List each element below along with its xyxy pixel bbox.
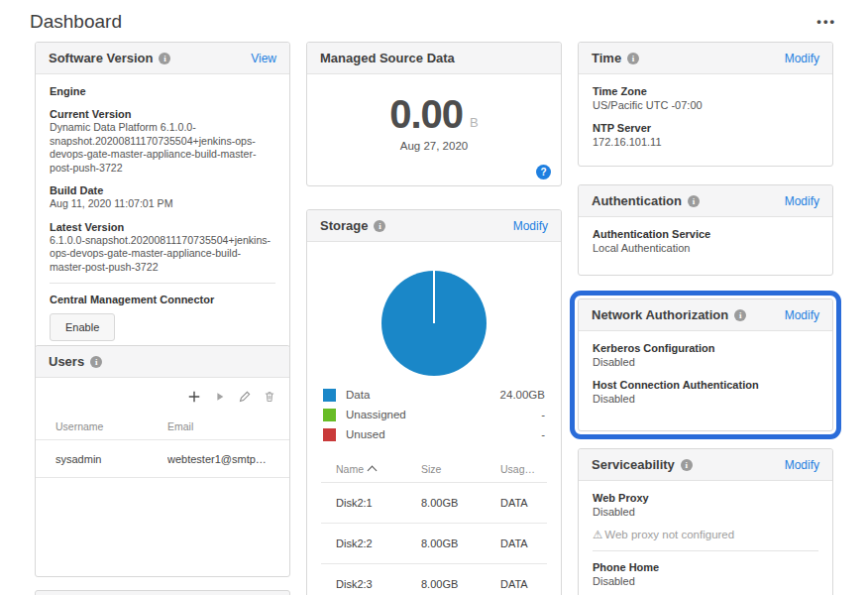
authentication-service-value: Local Authentication	[593, 241, 818, 255]
view-link[interactable]: View	[251, 52, 276, 65]
info-icon[interactable]: i	[90, 356, 102, 368]
edit-user-button[interactable]	[239, 390, 251, 404]
card-title: Serviceability	[592, 457, 675, 472]
page-title: Dashboard	[30, 11, 122, 33]
managed-data-value: 0.00	[389, 94, 463, 134]
users-table-header: Username Email	[36, 414, 289, 439]
divider	[593, 550, 818, 551]
software-version-card: Software Version i View Engine Current V…	[35, 42, 290, 352]
info-icon[interactable]: i	[627, 53, 639, 64]
modify-link[interactable]: Modify	[785, 458, 819, 472]
authentication-service-label: Authentication Service	[593, 227, 818, 241]
info-icon[interactable]: i	[159, 53, 170, 64]
time-zone-label: Time Zone	[593, 84, 818, 98]
time-zone-value: US/Pacific UTC -07:00	[593, 98, 818, 112]
plus-icon	[187, 390, 201, 404]
trash-icon	[264, 391, 275, 403]
software-version-card-header: Software Version i View	[36, 43, 289, 74]
serviceability-card: Serviceability i Modify Web Proxy Disabl…	[578, 448, 833, 595]
managed-source-data-card-header: Managed Source Data	[307, 43, 561, 74]
web-proxy-label: Web Proxy	[593, 491, 818, 505]
card-title: Managed Source Data	[320, 51, 455, 65]
modify-link[interactable]: Modify	[785, 52, 819, 65]
network-authorization-card-header: Network Authorization i Modify	[579, 299, 832, 331]
web-proxy-warning: ⚠Web proxy not configured	[593, 528, 818, 541]
ntp-server-label: NTP Server	[593, 121, 818, 135]
card-title: Storage	[320, 218, 368, 233]
username-column-header[interactable]: Username	[55, 420, 167, 432]
storage-card: Storage i Modify Data 24.00GB Unassigned…	[306, 209, 562, 595]
current-version-label: Current Version	[50, 107, 275, 121]
time-card-header: Time i Modify	[579, 43, 832, 74]
username-cell: sysadmin	[55, 453, 167, 465]
kerberos-configuration-value: Disabled	[593, 355, 818, 369]
network-authorization-card: Network Authorization i Modify Kerberos …	[578, 298, 833, 431]
card-title: Time	[592, 51, 621, 65]
size-column-header[interactable]: Size	[421, 463, 500, 475]
card-title: Authentication	[592, 193, 682, 208]
host-connection-authentication-value: Disabled	[593, 392, 818, 406]
users-table: Username Email sysadmin webtester1@smtp…	[36, 414, 289, 478]
phone-home-label: Phone Home	[593, 560, 818, 574]
unused-swatch	[323, 428, 336, 441]
help-icon[interactable]: ?	[536, 165, 551, 179]
legend-item-unused: Unused -	[323, 424, 545, 444]
modify-link[interactable]: Modify	[785, 308, 819, 322]
info-icon[interactable]: i	[374, 220, 385, 232]
card-title: Software Version	[49, 51, 153, 65]
delete-user-button[interactable]	[264, 390, 275, 404]
legend-item-data: Data 24.00GB	[323, 385, 545, 405]
storage-card-header: Storage i Modify	[307, 210, 561, 242]
users-card-header: Users i	[36, 346, 289, 378]
info-icon[interactable]: i	[734, 309, 746, 321]
table-row[interactable]: sysadmin webtester1@smtp…	[36, 439, 289, 478]
modify-link[interactable]: Modify	[785, 194, 819, 208]
add-user-button[interactable]	[187, 390, 201, 404]
managed-data-date: Aug 27, 2020	[321, 140, 547, 152]
sort-ascending-icon	[368, 465, 378, 475]
modify-link[interactable]: Modify	[513, 219, 548, 233]
build-date-value: Aug 11, 2020 11:07:01 PM	[50, 197, 275, 211]
serviceability-card-header: Serviceability i Modify	[579, 449, 832, 481]
latest-version-value: 6.1.0.0-snapshot.20200811170735504+jenki…	[50, 234, 275, 275]
info-icon[interactable]: i	[681, 459, 693, 471]
kerberos-configuration-label: Kerberos Configuration	[593, 341, 818, 355]
table-row[interactable]: Disk2:3 8.00GB DATA	[321, 563, 547, 595]
users-card: Users i Username Email sysadmin webteste…	[35, 345, 290, 577]
card-title: Network Authorization	[592, 307, 728, 322]
page-header: Dashboard •••	[30, 10, 838, 33]
launch-user-button[interactable]	[214, 390, 226, 404]
current-version-value: Dynamic Data Platform 6.1.0.0-snapshot.2…	[50, 121, 275, 175]
legend-item-unassigned: Unassigned -	[323, 405, 545, 424]
pie-slice-boundary	[433, 271, 435, 323]
time-card: Time i Modify Time Zone US/Pacific UTC -…	[578, 42, 833, 167]
play-icon	[214, 391, 226, 403]
name-column-header[interactable]: Name	[336, 463, 421, 475]
unassigned-swatch	[323, 409, 336, 421]
build-date-label: Build Date	[50, 183, 275, 197]
data-swatch	[323, 389, 336, 402]
storage-pie-chart	[381, 271, 487, 376]
managed-source-data-card: Managed Source Data 0.00 B Aug 27, 2020 …	[306, 42, 562, 186]
card-title: Users	[49, 354, 84, 369]
table-row[interactable]: Disk2:1 8.00GB DATA	[321, 482, 547, 523]
storage-legend: Data 24.00GB Unassigned - Unused -	[321, 385, 547, 444]
latest-version-label: Latest Version	[50, 220, 275, 234]
users-toolbar	[36, 378, 289, 410]
pencil-icon	[239, 391, 251, 403]
authentication-card-header: Authentication i Modify	[579, 185, 832, 217]
divider	[50, 283, 275, 284]
table-row[interactable]: Disk2:2 8.00GB DATA	[321, 523, 547, 563]
email-cell: webtester1@smtp…	[167, 453, 275, 465]
disks-table: Name Size Usag… Disk2:1 8.00GB DATA Disk…	[321, 456, 547, 595]
usage-column-header[interactable]: Usag…	[500, 463, 547, 475]
warning-icon: ⚠	[593, 529, 602, 540]
email-column-header[interactable]: Email	[167, 420, 275, 432]
host-connection-authentication-label: Host Connection Authentication	[593, 378, 818, 392]
engine-label: Engine	[50, 84, 275, 98]
enable-button[interactable]: Enable	[50, 313, 115, 341]
info-icon[interactable]: i	[688, 195, 700, 207]
authentication-card: Authentication i Modify Authentication S…	[578, 184, 833, 276]
partial-card	[35, 590, 290, 595]
more-options-button[interactable]: •••	[814, 10, 838, 33]
